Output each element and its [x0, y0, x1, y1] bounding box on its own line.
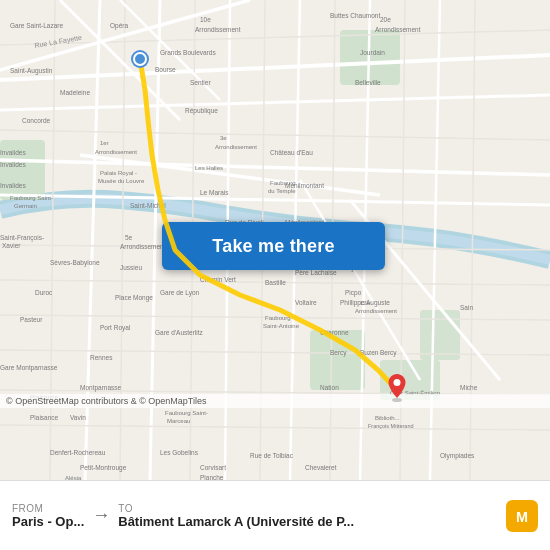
svg-text:Marceau: Marceau — [167, 418, 190, 424]
svg-text:Saint-François-: Saint-François- — [0, 234, 44, 242]
svg-text:12e: 12e — [360, 300, 371, 306]
svg-text:Bercy: Bercy — [330, 349, 347, 357]
svg-text:République: République — [185, 107, 218, 115]
moovit-logo: M — [506, 500, 538, 532]
svg-text:Voltaire: Voltaire — [295, 299, 317, 306]
svg-text:Chevaleret: Chevaleret — [305, 464, 337, 471]
svg-point-126 — [394, 379, 401, 386]
svg-text:Gare d'Austerlitz: Gare d'Austerlitz — [155, 329, 204, 336]
svg-text:Saint-Antoine: Saint-Antoine — [263, 323, 300, 329]
svg-text:Gare de Lyon: Gare de Lyon — [160, 289, 200, 297]
svg-text:Germain: Germain — [14, 203, 37, 209]
svg-text:Faubourg Saint-: Faubourg Saint- — [165, 410, 208, 416]
svg-point-125 — [392, 398, 402, 402]
svg-text:Gare Montparnasse: Gare Montparnasse — [0, 364, 58, 372]
svg-text:Rue de Tolbiac: Rue de Tolbiac — [250, 452, 294, 459]
svg-text:Faubourg: Faubourg — [265, 315, 291, 321]
route-separator: → — [84, 505, 118, 526]
svg-text:Place Monge: Place Monge — [115, 294, 153, 302]
svg-text:Faubourg Saint-: Faubourg Saint- — [10, 195, 53, 201]
svg-text:Père Lachaise: Père Lachaise — [295, 269, 337, 276]
svg-text:5e: 5e — [125, 234, 133, 241]
svg-text:Chemin Vert: Chemin Vert — [200, 276, 236, 283]
svg-text:Faubourg: Faubourg — [270, 180, 296, 186]
svg-text:Buzen: Buzen — [360, 349, 379, 356]
route-from: From Paris - Op... — [12, 503, 84, 529]
svg-text:Sèvres-Babylone: Sèvres-Babylone — [50, 259, 100, 267]
svg-text:Arrondissement: Arrondissement — [375, 26, 421, 33]
svg-text:Arrondissement: Arrondissement — [95, 149, 137, 155]
svg-text:Corvisart: Corvisart — [200, 464, 226, 471]
svg-text:Montparnasse: Montparnasse — [80, 384, 122, 392]
svg-text:Arrondissement: Arrondissement — [215, 144, 257, 150]
svg-text:Les Halles: Les Halles — [195, 165, 223, 171]
svg-text:Belleville: Belleville — [355, 79, 381, 86]
svg-text:Saint-Augustin: Saint-Augustin — [10, 67, 53, 75]
svg-text:Gare Saint-Lazare: Gare Saint-Lazare — [10, 22, 63, 29]
svg-text:Grands Boulevards: Grands Boulevards — [160, 49, 216, 56]
svg-text:Miche: Miche — [460, 384, 478, 391]
from-name: Paris - Op... — [12, 514, 84, 529]
destination-marker — [387, 374, 407, 402]
svg-text:Arrondissement: Arrondissement — [120, 243, 166, 250]
svg-text:Petit-Montrouge: Petit-Montrouge — [80, 464, 127, 472]
svg-text:François Mitterand: François Mitterand — [368, 423, 414, 429]
take-me-there-button[interactable]: Take me there — [162, 222, 385, 270]
svg-text:Denfert-Rochereau: Denfert-Rochereau — [50, 449, 106, 456]
bottom-bar: From Paris - Op... → To Bâtiment Lamarck… — [0, 480, 550, 550]
svg-text:Nation: Nation — [320, 384, 339, 391]
to-name: Bâtiment Lamarck A (Université de P... — [118, 514, 498, 529]
svg-rect-4 — [420, 310, 460, 360]
svg-text:Jourdain: Jourdain — [360, 49, 385, 56]
svg-text:Les Gobelins: Les Gobelins — [160, 449, 199, 456]
svg-text:Duroc: Duroc — [35, 289, 53, 296]
moovit-logo-icon: M — [506, 500, 538, 532]
route-to: To Bâtiment Lamarck A (Université de P..… — [118, 503, 498, 529]
svg-text:Concorde: Concorde — [22, 117, 51, 124]
svg-text:Bercy: Bercy — [380, 349, 397, 357]
svg-text:Invalides: Invalides — [0, 161, 26, 168]
svg-text:Château d'Eau: Château d'Eau — [270, 149, 313, 156]
svg-text:Sentier: Sentier — [190, 79, 211, 86]
svg-text:Buttes Chaumont: Buttes Chaumont — [330, 12, 380, 19]
svg-text:20e: 20e — [380, 16, 391, 23]
svg-rect-3 — [310, 330, 365, 390]
svg-text:Arrondissement: Arrondissement — [355, 308, 397, 314]
svg-text:Pasteur: Pasteur — [20, 316, 43, 323]
svg-text:Picpo: Picpo — [345, 289, 362, 297]
origin-marker — [133, 52, 147, 66]
svg-text:Saint-Michel: Saint-Michel — [130, 202, 166, 209]
svg-text:Plaisance: Plaisance — [30, 414, 59, 421]
svg-text:Olympiades: Olympiades — [440, 452, 475, 460]
svg-text:10e: 10e — [200, 16, 211, 23]
svg-text:Arrondissement: Arrondissement — [195, 26, 241, 33]
svg-text:Vavin: Vavin — [70, 414, 86, 421]
from-label: From — [12, 503, 84, 514]
svg-text:Sain: Sain — [460, 304, 473, 311]
svg-text:Bastille: Bastille — [265, 279, 286, 286]
svg-text:Bourse: Bourse — [155, 66, 176, 73]
svg-text:Opéra: Opéra — [110, 22, 128, 30]
svg-text:Biblioth...: Biblioth... — [375, 415, 400, 421]
svg-text:Invalides: Invalides — [0, 182, 26, 189]
svg-text:du Temple: du Temple — [268, 188, 296, 194]
cta-label: Take me there — [212, 236, 334, 257]
svg-text:Le Marais: Le Marais — [200, 189, 229, 196]
map-attribution: © OpenStreetMap contributors & © OpenMap… — [0, 394, 550, 408]
svg-text:Charonne: Charonne — [320, 329, 349, 336]
svg-text:M: M — [516, 509, 528, 525]
to-label: To — [118, 503, 498, 514]
svg-text:Rennes: Rennes — [90, 354, 113, 361]
svg-text:Palais Royal -: Palais Royal - — [100, 170, 137, 176]
svg-text:Madeleine: Madeleine — [60, 89, 90, 96]
map-container: Rue La Fayette Gare Saint-Lazare Saint-A… — [0, 0, 550, 480]
svg-text:Xavier: Xavier — [2, 242, 21, 249]
svg-text:1er: 1er — [100, 140, 109, 146]
svg-text:Invalides: Invalides — [0, 149, 26, 156]
svg-text:Jussieu: Jussieu — [120, 264, 142, 271]
svg-text:Musée du Louvre: Musée du Louvre — [98, 178, 145, 184]
svg-text:3e: 3e — [220, 135, 227, 141]
svg-text:Port Royal: Port Royal — [100, 324, 131, 332]
